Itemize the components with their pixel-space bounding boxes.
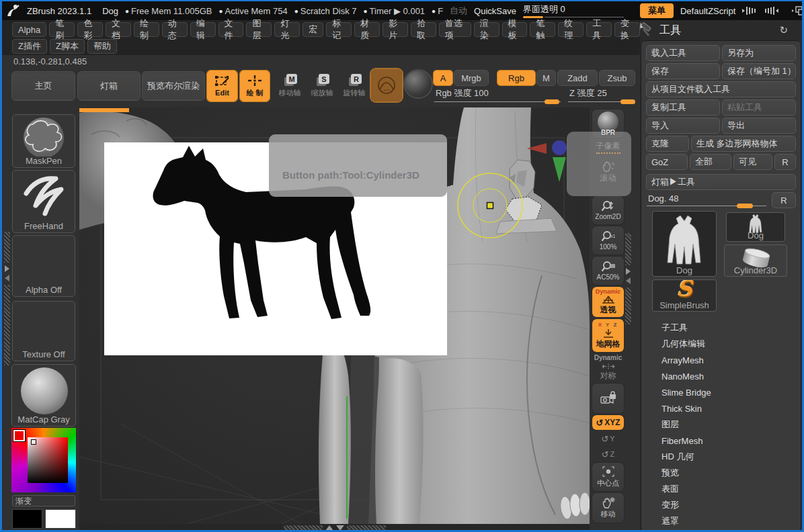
section-fibermesh[interactable]: FiberMesh [647, 433, 795, 449]
lightbox-button[interactable]: 灯箱 [78, 72, 140, 100]
lightbox-indicator[interactable] [79, 108, 129, 112]
section-slime-bridge[interactable]: Slime Bridge [647, 384, 795, 400]
auto-button[interactable]: 自动 [450, 5, 467, 17]
section-preview[interactable]: 预览 [647, 465, 795, 481]
menu-material[interactable]: 材质 [354, 22, 380, 37]
zadd-button[interactable]: Zadd [558, 71, 597, 85]
left-scroll-strip-lower[interactable] [4, 285, 10, 365]
menu-file[interactable]: 文件 [218, 22, 244, 37]
rotate-xyz-button[interactable]: ↺XYZ [592, 415, 624, 430]
menu-alpha[interactable]: Alpha [12, 22, 46, 37]
secondary-color-swatch[interactable] [45, 509, 76, 529]
draw-button[interactable]: 绘 制 [240, 71, 270, 101]
quicksave-button[interactable]: QuickSave [474, 6, 516, 16]
right-scroll-arrow-right[interactable] [626, 268, 631, 275]
move-canvas-button[interactable]: 移动 [592, 493, 624, 523]
goz-button[interactable]: GoZ [647, 154, 687, 169]
right-scroll-arrow-left[interactable] [626, 277, 631, 284]
copy-tool-button[interactable]: 复制工具 [647, 100, 719, 115]
anti-aliasing-button[interactable]: A [434, 71, 452, 85]
menu-tool[interactable]: 工具 [586, 22, 612, 37]
menu-stencil[interactable]: 模板 [502, 22, 528, 37]
left-scroll-strip[interactable] [4, 232, 10, 263]
section-geometry[interactable]: 几何体编辑 [647, 336, 795, 352]
menu-preferences[interactable]: 首选项 [439, 22, 471, 37]
tool-thumbnail-dog[interactable]: Dog [726, 212, 785, 242]
section-masking[interactable]: 遮罩 [647, 513, 795, 529]
menu-zplugin[interactable]: Z插件 [12, 39, 47, 54]
menu-draw[interactable]: 绘制 [134, 22, 159, 37]
menu-texture[interactable]: 纹理 [558, 22, 584, 37]
menu-movie[interactable]: 影片 [383, 22, 408, 37]
floor-grid-button[interactable]: X Y Z 地网格 [592, 319, 624, 352]
menu-light[interactable]: 灯光 [274, 22, 300, 37]
menu-zscript[interactable]: Z脚本 [50, 39, 85, 54]
brush-selector[interactable]: MaskPen [12, 114, 75, 168]
section-layers[interactable]: 图层 [647, 416, 795, 433]
tool-history-slider[interactable]: Dog. 48 [647, 193, 769, 208]
section-hd-geometry[interactable]: HD 几何 [647, 449, 795, 465]
section-surface[interactable]: 表面 [647, 481, 795, 497]
r-button[interactable]: R [775, 154, 795, 169]
left-scroll-arrow-right[interactable] [5, 265, 9, 272]
load-tool-button[interactable]: 载入工具 [647, 46, 719, 60]
left-scroll-arrow-left[interactable] [5, 275, 9, 281]
menu-color[interactable]: 色彩 [77, 22, 103, 37]
ui-opacity-slider[interactable]: 界面透明 0 [523, 3, 624, 18]
m-button[interactable]: M [537, 71, 555, 85]
symmetry-button[interactable]: 对称 [592, 363, 624, 382]
main-color-swatch[interactable] [12, 509, 42, 529]
right-scroll-strip-lower[interactable] [625, 287, 631, 324]
lightbox-tool-button[interactable]: 灯箱▶工具 [647, 175, 795, 189]
section-deformation[interactable]: 变形 [647, 497, 795, 513]
actual-size-button[interactable]: x1 100% [592, 226, 624, 255]
menu-marker[interactable]: 标记 [326, 22, 352, 37]
z-intensity-slider[interactable]: Z 强度 25 [568, 87, 633, 103]
menu-stroke[interactable]: 笔触 [530, 22, 555, 37]
save-button[interactable]: 保存 [647, 64, 719, 79]
mrgb-button[interactable]: Mrgb [454, 71, 488, 85]
current-brush-thumbnail[interactable] [371, 69, 402, 101]
tool-thumbnail-simplebrush[interactable]: S SimpleBrush [652, 279, 717, 312]
import-button[interactable]: 导入 [647, 118, 719, 133]
home-button[interactable]: 主页 [12, 72, 75, 100]
menu-edit[interactable]: 编辑 [190, 22, 216, 37]
menu-layer[interactable]: 图层 [246, 22, 272, 37]
goz-all-button[interactable]: 全部 [690, 154, 731, 169]
section-arraymesh[interactable]: ArrayMesh [647, 352, 795, 368]
export-button[interactable]: 导出 [723, 118, 795, 133]
scale-axis-button[interactable]: S 缩放轴 [308, 74, 336, 103]
ac50-button[interactable]: AC50% [592, 257, 624, 285]
section-subtool[interactable]: 子工具 [647, 320, 795, 336]
texture-selector[interactable]: Texture Off [12, 301, 75, 361]
save-increment-button[interactable]: 保存（编号加 1） [723, 64, 795, 79]
move-axis-button[interactable]: M 移动轴 [276, 74, 304, 103]
right-scroll-strip[interactable] [625, 233, 631, 265]
reload-icon[interactable]: ↻ [779, 24, 788, 36]
menu-button[interactable]: 菜单 [640, 3, 674, 18]
rotate-axis-button[interactable]: R 旋转轴 [340, 74, 368, 103]
rotate-z-button[interactable]: ↺Z [592, 447, 624, 461]
stroke-selector[interactable]: FreeHand [12, 170, 75, 233]
document-canvas[interactable]: Button path:Tool:Cylinder3D [79, 107, 590, 524]
goz-visible-button[interactable]: 可见 [734, 154, 772, 169]
zsub-button[interactable]: Zsub [600, 71, 635, 85]
set-pivot-button[interactable]: 中心点 [592, 463, 624, 491]
shelf-collapse-left-icon[interactable] [742, 4, 757, 17]
menu-dynamic[interactable]: 动态 [162, 22, 188, 37]
rgb-intensity-slider[interactable]: Rgb 强度 100 [434, 87, 561, 103]
menu-picker[interactable]: 拾取 [411, 22, 436, 37]
alpha-selector[interactable]: Alpha Off [12, 235, 75, 297]
save-as-button[interactable]: 另存为 [723, 46, 795, 60]
gradient-button[interactable]: 渐变 [12, 495, 75, 506]
rgb-button[interactable]: Rgb [497, 71, 535, 85]
menu-document[interactable]: 文档 [106, 22, 131, 37]
load-from-project-button[interactable]: 从项目文件载入工具 [647, 82, 795, 97]
material-selector[interactable]: MatCap Gray [11, 364, 76, 427]
current-material-thumbnail[interactable] [405, 71, 432, 97]
color-picker[interactable] [11, 428, 76, 492]
edit-button[interactable]: Edit [207, 71, 237, 101]
menu-macro[interactable]: 宏 [303, 22, 323, 37]
perspective-button[interactable]: Dynamic 透视 [592, 287, 624, 317]
rotate-y-button[interactable]: ↺Y [592, 432, 624, 445]
